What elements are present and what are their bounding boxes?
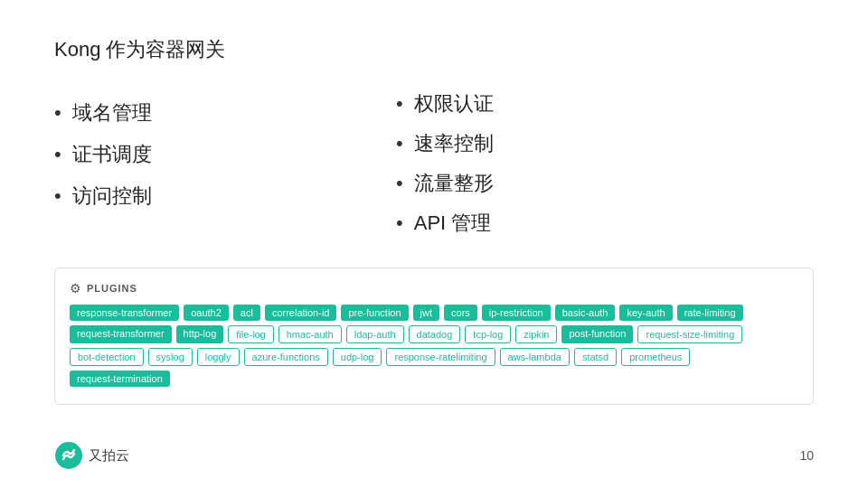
plugin-tag: post-function (561, 325, 633, 343)
plugins-label: PLUGINS (87, 283, 137, 294)
plugin-tag: http-log (176, 325, 224, 343)
left-bullet-list: 域名管理证书调度访问控制 (54, 99, 396, 210)
plugin-tag: prometheus (621, 348, 690, 366)
right-bullet-item: 速率控制 (396, 130, 814, 157)
plugin-tag: hmac-auth (278, 325, 342, 343)
footer-logo: 又拍云 (54, 441, 129, 470)
tags-row: request-transformerhttp-logfile-loghmac-… (70, 325, 798, 343)
logo-icon (54, 441, 83, 470)
left-column: 域名管理证书调度访问控制 (54, 90, 396, 249)
plugin-tag: pre-function (341, 305, 408, 321)
plugin-tag: oauth2 (184, 305, 229, 321)
slide: Kong 作为容器网关 域名管理证书调度访问控制 权限认证速率控制流量整形API… (0, 0, 868, 488)
plugin-tag: response-ratelimiting (386, 348, 495, 366)
right-bullet-item: API 管理 (396, 210, 814, 237)
right-bullet-list: 权限认证速率控制流量整形API 管理 (396, 90, 814, 237)
plugin-tag: key-auth (619, 305, 672, 321)
plugin-tag: basic-auth (555, 305, 616, 321)
plugin-tag: bot-detection (70, 348, 144, 366)
plugin-tag: request-transformer (70, 325, 172, 343)
tags-row: bot-detectionsysloglogglyazure-functions… (70, 348, 798, 366)
right-bullet-item: 流量整形 (396, 170, 814, 197)
left-bullet-item: 访问控制 (54, 183, 396, 210)
tags-container: response-transformeroauth2aclcorrelation… (70, 305, 798, 387)
plugin-tag: loggly (197, 348, 240, 366)
page-title: Kong 作为容器网关 (54, 36, 814, 63)
tags-row: request-termination (70, 371, 798, 387)
left-bullet-item: 域名管理 (54, 99, 396, 127)
plugin-icon: ⚙ (70, 281, 81, 296)
plugin-tag: azure-functions (244, 348, 328, 366)
plugin-tag: request-size-limiting (637, 325, 742, 343)
plugin-tag: cors (444, 305, 477, 321)
logo-text: 又拍云 (89, 447, 129, 465)
plugin-tag: acl (233, 305, 260, 321)
plugin-tag: zipkin (515, 325, 557, 343)
right-column: 权限认证速率控制流量整形API 管理 (396, 90, 814, 249)
plugin-tag: jwt (413, 305, 439, 321)
left-bullet-item: 证书调度 (54, 141, 396, 168)
plugin-tag: file-log (228, 325, 273, 343)
plugin-tag: tcp-log (465, 325, 511, 343)
content-area: 域名管理证书调度访问控制 权限认证速率控制流量整形API 管理 (54, 90, 814, 249)
right-bullet-item: 权限认证 (396, 90, 814, 117)
plugin-tag: statsd (574, 348, 617, 366)
page-number: 10 (799, 448, 814, 463)
plugin-tag: syslog (148, 348, 193, 366)
plugin-tag: correlation-id (265, 305, 337, 321)
plugin-tag: rate-limiting (677, 305, 743, 321)
plugin-tag: response-transformer (70, 305, 179, 321)
plugins-box: ⚙ PLUGINS response-transformeroauth2aclc… (54, 267, 814, 405)
plugin-tag: datadog (409, 325, 461, 343)
plugin-tag: request-termination (70, 371, 170, 387)
plugin-tag: aws-lambda (500, 348, 570, 366)
plugins-header: ⚙ PLUGINS (70, 281, 798, 296)
plugin-tag: udp-log (333, 348, 382, 366)
footer: 又拍云 10 (0, 441, 868, 470)
plugin-tag: ip-restriction (482, 305, 551, 321)
plugin-tag: ldap-auth (346, 325, 404, 343)
tags-row: response-transformeroauth2aclcorrelation… (70, 305, 798, 321)
